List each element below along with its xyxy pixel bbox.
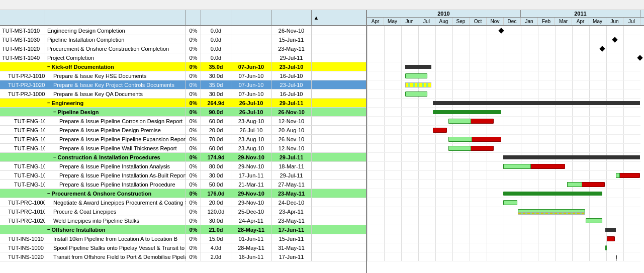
- month-grid-line: [367, 53, 367, 62]
- collapse-icon[interactable]: –: [53, 109, 56, 115]
- month-grid-line: [384, 71, 385, 80]
- table-row[interactable]: TUT-PRC-1020 Weld Linepipes into Pipelin…: [0, 216, 366, 225]
- table-row[interactable]: TUT-MST-1020 Procurement & Onshore Const…: [0, 44, 366, 53]
- month-grid-line: [538, 216, 538, 225]
- cell-dur: 30.0d: [201, 89, 231, 98]
- month-grid-line: [623, 35, 624, 44]
- cell-scroll: [312, 99, 321, 107]
- cell-name: –Procurement & Onshore Construction: [45, 189, 186, 198]
- month-grid-line: [367, 171, 367, 179]
- table-row[interactable]: TUT-PRJ-1000 Prepare & Issue Key QA Docu…: [0, 89, 366, 99]
- cell-finish: 26-Nov-10: [271, 135, 312, 143]
- cell-scroll: [312, 126, 321, 134]
- table-row[interactable]: TUT-PRJ-1010 Prepare & Issue Key HSE Doc…: [0, 71, 366, 80]
- month-grid-line: [623, 225, 624, 234]
- gantt-panel: 20102011AprMayJunJulAugSepOctNovDecJanFe…: [367, 10, 644, 273]
- month-grid-line: [435, 252, 436, 261]
- table-row[interactable]: TUT-MST-1030 Pipeline Installation Compl…: [0, 35, 366, 44]
- col-header-dur: [201, 10, 231, 25]
- month-grid-line: [401, 171, 402, 179]
- month-grid-line: [487, 80, 487, 89]
- month-grid-line: [555, 89, 556, 98]
- table-row[interactable]: TUT-ENG-1050 Prepare & Issue Pipeline In…: [0, 180, 366, 189]
- month-grid-line: [572, 71, 573, 80]
- table-row[interactable]: –Offshore Installation 0% 21.0d 28-May-1…: [0, 225, 366, 234]
- cell-finish: 29-Jul-11: [271, 153, 312, 161]
- month-grid-line: [521, 135, 521, 143]
- table-row[interactable]: TUT-ENG-1000 Prepare & Issue Pipeline De…: [0, 126, 366, 135]
- cell-id: TUT-PRC-1010: [0, 207, 45, 216]
- month-grid-line: [521, 117, 521, 125]
- table-row[interactable]: TUT-INS-1020 Transit from Offshore Field…: [0, 252, 366, 261]
- month-grid-line: [487, 234, 487, 243]
- cell-scroll: [312, 117, 321, 125]
- table-row[interactable]: TUT-INS-1000 Spool Pipeline Stalks onto …: [0, 243, 366, 252]
- table-row[interactable]: TUT-INS-1010 Install 10km Pipeline from …: [0, 234, 366, 243]
- cell-finish: 15-Jun-11: [271, 35, 312, 44]
- month-grid-line: [504, 108, 504, 116]
- cell-name: Transit from Offshore Field to Port & De…: [45, 252, 186, 261]
- collapse-icon[interactable]: –: [47, 64, 50, 69]
- table-row[interactable]: TUT-ENG-1030 Prepare & Issue Pipeline Wa…: [0, 144, 366, 153]
- cell-id: [0, 99, 45, 107]
- month-grid-line: [418, 216, 419, 225]
- table-row[interactable]: –Engineering 0% 264.9d 26-Jul-10 29-Jul-…: [0, 99, 366, 108]
- month-grid-line: [504, 252, 504, 261]
- month-grid-line: [435, 26, 436, 35]
- cell-start: 16-Jun-11: [231, 252, 271, 261]
- month-grid-line: [367, 108, 367, 116]
- month-grid-line: [418, 126, 419, 134]
- table-row[interactable]: TUT-ENG-1040 Prepare & Issue Pipeline In…: [0, 162, 366, 171]
- month-grid-line: [367, 35, 367, 44]
- cell-finish: 29-Jul-11: [271, 99, 312, 107]
- month-grid-line: [504, 207, 504, 216]
- month-grid-line: [487, 189, 487, 198]
- table-row[interactable]: TUT-MST-1010 Engineering Design Completi…: [0, 26, 366, 35]
- month-grid-line: [589, 62, 590, 71]
- table-row[interactable]: TUT-MST-1040 Project Completion 0% 0.0d …: [0, 53, 366, 62]
- month-grid-line: [367, 44, 367, 53]
- month-grid-line: [538, 135, 538, 143]
- month-grid-line: [418, 189, 419, 198]
- month-grid-line: [555, 225, 556, 234]
- month-grid-line: [435, 44, 436, 53]
- table-row[interactable]: TUT-ENG-1020 Prepare & Issue Pipeline Pi…: [0, 135, 366, 144]
- month-grid-line: [606, 171, 607, 179]
- cell-id: TUT-ENG-1040: [0, 162, 45, 170]
- cell-dur: 4.0d: [201, 243, 231, 252]
- month-grid-line: [521, 171, 521, 179]
- gantt-row: [367, 171, 640, 180]
- month-grid-line: [367, 62, 367, 71]
- month-grid-line: [470, 126, 470, 134]
- cell-pct: 0%: [186, 153, 201, 161]
- month-grid-line: [572, 44, 573, 53]
- month-grid-line: [504, 243, 504, 252]
- month-grid-line: [504, 126, 504, 134]
- collapse-icon[interactable]: –: [53, 154, 56, 160]
- month-grid-line: [623, 189, 624, 198]
- month-grid-line: [504, 53, 504, 62]
- month-grid-line: [538, 225, 538, 234]
- month-grid-line: [384, 252, 385, 261]
- table-row[interactable]: –Pipeline Design 0% 90.0d 26-Jul-10 26-N…: [0, 108, 366, 117]
- collapse-icon[interactable]: –: [47, 227, 50, 232]
- month-grid-line: [555, 26, 556, 35]
- month-grid-line: [623, 71, 624, 80]
- month-grid-line: [452, 252, 453, 261]
- month-grid-line: [589, 207, 590, 216]
- table-row[interactable]: TUT-PRC-1000 Negotiate & Award Linepipes…: [0, 198, 366, 207]
- table-row[interactable]: –Kick-off Documentation 0% 35.0d 07-Jun-…: [0, 62, 366, 71]
- table-row[interactable]: TUT-PRJ-1020 Prepare & Issue Key Project…: [0, 80, 366, 89]
- table-header: ▲: [0, 10, 366, 26]
- table-row[interactable]: –Construction & Installation Procedures …: [0, 153, 366, 162]
- table-row[interactable]: TUT-PRC-1010 Procure & Coat Linepipes 0%…: [0, 207, 366, 216]
- month-grid-line: [538, 71, 538, 80]
- collapse-icon[interactable]: –: [47, 100, 50, 106]
- cell-scroll: [312, 108, 321, 116]
- table-row[interactable]: –Procurement & Onshore Construction 0% 1…: [0, 189, 366, 198]
- table-row[interactable]: TUT-ENG-1060 Prepare & Issue Pipeline In…: [0, 171, 366, 180]
- month-grid-line: [606, 108, 607, 116]
- collapse-icon[interactable]: –: [47, 191, 50, 196]
- month-grid-line: [418, 207, 419, 216]
- table-row[interactable]: TUT-ENG-1010 Prepare & Issue Pipeline Co…: [0, 117, 366, 126]
